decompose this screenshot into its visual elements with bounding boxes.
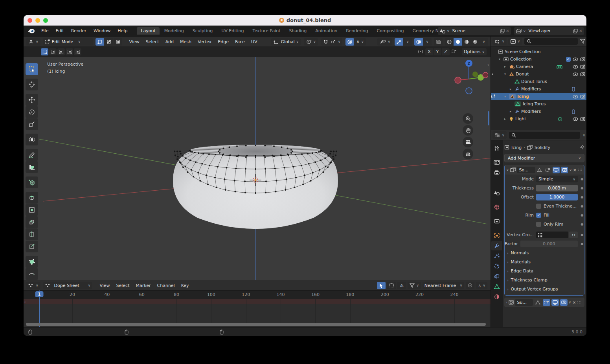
render-display-toggle[interactable]	[560, 299, 568, 306]
pivot-selector[interactable]: ∨	[304, 38, 318, 46]
tool-move[interactable]	[26, 94, 38, 106]
only-show-errors-toggle[interactable]: ⚠	[397, 282, 406, 289]
on-cage-toggle[interactable]	[544, 167, 551, 173]
disable-in-renders-toggle[interactable]	[580, 64, 585, 69]
tool-bevel[interactable]	[26, 216, 38, 228]
viewlayer-selector[interactable]: ∨ ViewLayer ×	[514, 27, 584, 35]
viewport-menu-mesh[interactable]: Mesh	[177, 39, 195, 44]
editor-type-button[interactable]: ∨	[492, 131, 507, 139]
disable-in-renders-toggle[interactable]	[580, 57, 585, 61]
region-toggle-icon[interactable]: ‹	[487, 63, 489, 67]
timeline-ruler[interactable]: 20406080100120140160180200220240	[24, 290, 491, 299]
viewport-menu-view[interactable]: View	[126, 39, 143, 44]
app-menu-file[interactable]: File	[38, 28, 52, 33]
expander-icon[interactable]: ▾	[504, 95, 509, 98]
workspace-tab-uv-editing[interactable]: UV Editing	[217, 27, 248, 35]
workspace-tab-modeling[interactable]: Modeling	[160, 27, 188, 35]
display-mode-selector[interactable]: ∨	[508, 38, 522, 45]
timeline-scrollbar[interactable]	[26, 323, 486, 326]
properties-tab-collection[interactable]	[491, 217, 502, 226]
section-normals[interactable]: ›Normals	[505, 248, 584, 257]
editor-type-button[interactable]: ∨	[26, 38, 40, 46]
editor-type-button[interactable]: ∨	[26, 282, 40, 289]
subdivision-modifier-header[interactable]: ›Su...∨ ×	[504, 298, 584, 307]
select-mode-intersect[interactable]	[74, 48, 81, 55]
filter-icon[interactable]	[580, 39, 585, 44]
delete-modifier-button[interactable]: ×	[573, 167, 577, 173]
mirror-axis-z[interactable]: Z	[442, 48, 450, 55]
hide-in-viewport-toggle[interactable]	[573, 95, 578, 99]
new-viewlayer-icon[interactable]	[573, 29, 578, 33]
proportional-edit-toggle[interactable]	[466, 282, 474, 289]
disable-in-renders-toggle[interactable]	[580, 94, 585, 99]
unlink-scene-button[interactable]: ×	[506, 28, 509, 33]
zoom-window-button[interactable]	[43, 18, 48, 23]
properties-tab-scene[interactable]	[491, 188, 502, 198]
tool-measure[interactable]	[26, 161, 38, 173]
offset-slider[interactable]: 1.0000	[536, 194, 578, 200]
select-mode-set[interactable]	[41, 48, 48, 55]
app-menu-help[interactable]: Help	[114, 28, 131, 33]
expander-icon[interactable]: ▸	[510, 87, 514, 91]
viewport-menu-uv[interactable]: UV	[248, 39, 261, 44]
outliner-item-modifiers[interactable]: ▸Modifiers	[491, 108, 586, 115]
correct-face-attributes-icon[interactable]	[451, 49, 457, 54]
tool-poly-build[interactable]	[26, 256, 38, 268]
disable-in-renders-toggle[interactable]	[580, 72, 585, 76]
xray-toggle[interactable]	[434, 38, 443, 46]
solidify-modifier-header[interactable]: ∨So...∨ ×	[505, 165, 584, 175]
properties-tab-physics[interactable]	[491, 261, 502, 271]
outliner-item-icing[interactable]: ▾Icing	[491, 93, 586, 100]
show-object-types[interactable]: ∨	[377, 38, 392, 46]
viewport-3d[interactable]: User Perspective (1) Icing Z ‹	[24, 57, 491, 280]
expand-icon[interactable]: ›	[506, 300, 507, 304]
shading-dropdown[interactable]: ∨	[480, 38, 488, 46]
dopesheet-mode-selector[interactable]: Dope Sheet∨	[43, 282, 93, 289]
shading-solid[interactable]	[454, 38, 462, 46]
add-modifier-button[interactable]: Add Modifier∨	[504, 154, 584, 162]
workspace-tab-texture-paint[interactable]: Texture Paint	[249, 27, 285, 35]
gizmos-dropdown[interactable]: ∨	[403, 38, 412, 46]
zoom-button[interactable]	[463, 113, 473, 124]
overlays-toggle[interactable]	[414, 38, 423, 46]
outliner-item-collection[interactable]: ▾Collection✓	[491, 55, 586, 63]
shading-wire[interactable]	[445, 38, 454, 46]
minimize-window-button[interactable]	[35, 18, 40, 23]
drag-handle-icon[interactable]	[577, 301, 582, 304]
shading-mat[interactable]	[462, 38, 471, 46]
scene-selector[interactable]: ∨ Scene ×	[438, 27, 511, 35]
render-display-toggle[interactable]	[561, 167, 568, 173]
box-select-icon[interactable]	[387, 282, 396, 289]
workspace-tab-geometry-nodes[interactable]: Geometry Nodes	[408, 27, 438, 35]
workspace-tab-animation[interactable]: Animation	[311, 27, 341, 35]
outliner-item-camera[interactable]: ▸Camera	[491, 63, 586, 70]
select-mode-vertex[interactable]	[96, 38, 104, 46]
tool-transform[interactable]	[26, 134, 38, 145]
viewport-menu-edge[interactable]: Edge	[215, 39, 232, 44]
gizmos-toggle[interactable]	[395, 38, 403, 46]
hide-in-viewport-toggle[interactable]	[573, 117, 578, 121]
tool-extrude-region[interactable]	[26, 192, 38, 204]
expander-icon[interactable]: ▾	[504, 72, 509, 76]
app-menu-window[interactable]: Window	[90, 28, 114, 33]
edit-mode-display-toggle[interactable]	[534, 299, 542, 306]
modifier-name-field[interactable]: Su...	[515, 299, 533, 306]
new-scene-icon[interactable]	[500, 29, 505, 33]
overlays-dropdown[interactable]: ∨	[423, 38, 432, 46]
tool-loop-cut[interactable]	[26, 228, 38, 240]
select-mode-face[interactable]	[114, 38, 122, 46]
hide-in-viewport-toggle[interactable]	[573, 72, 578, 76]
section-output-vertex-groups[interactable]: ›Output Vertex Groups	[505, 285, 584, 294]
perspective-toggle-button[interactable]	[463, 149, 473, 159]
proportional-editing-toggle[interactable]	[345, 38, 354, 46]
section-thickness-clamp[interactable]: ›Thickness Clamp	[505, 276, 584, 285]
tool-scale[interactable]	[26, 118, 38, 130]
timeline-menu-marker[interactable]: Marker	[132, 283, 154, 288]
mirror-axis-y[interactable]: Y	[434, 48, 441, 55]
close-window-button[interactable]	[28, 18, 32, 23]
viewport-menu-select[interactable]: Select	[143, 39, 162, 44]
vertex-group-field[interactable]: ↔	[536, 232, 578, 238]
outliner-item-donut[interactable]: ▾Donut	[491, 70, 586, 78]
mirror-axis-x[interactable]: X	[425, 48, 433, 55]
mode-selector[interactable]: Edit Mode∨	[43, 38, 93, 46]
